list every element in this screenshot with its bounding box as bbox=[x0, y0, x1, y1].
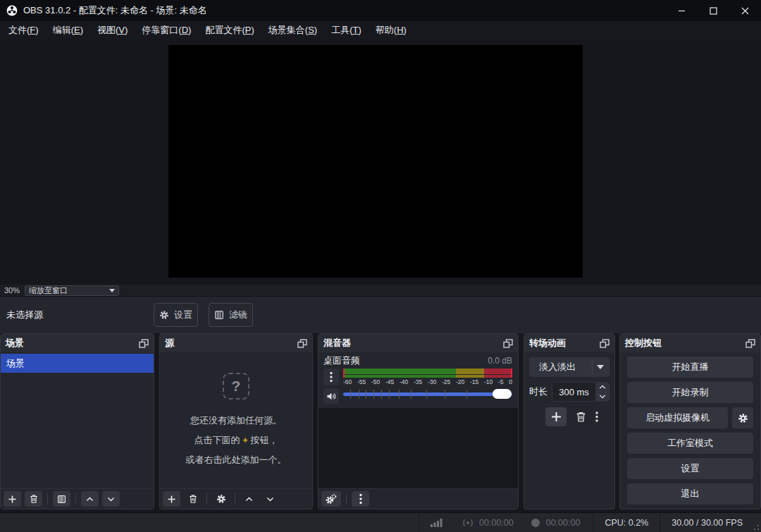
mixer-menu-button[interactable] bbox=[352, 491, 369, 507]
add-scene-button[interactable] bbox=[4, 491, 21, 507]
menu-tools[interactable]: 工具(T) bbox=[324, 21, 369, 39]
scenes-dock: 场景 场景 bbox=[0, 333, 154, 509]
mixer-channel-menu-button[interactable] bbox=[323, 369, 339, 385]
signal-bars-icon bbox=[431, 518, 443, 527]
menu-view[interactable]: 视图(V) bbox=[90, 21, 135, 39]
popout-dock-icon[interactable] bbox=[503, 339, 513, 348]
meter-peak-indicator bbox=[343, 369, 345, 378]
window-resize-grip[interactable] bbox=[750, 521, 759, 530]
scenes-toolbar bbox=[1, 488, 154, 509]
menu-file[interactable]: 文件(F) bbox=[1, 21, 46, 39]
virtual-camera-settings-button[interactable] bbox=[732, 407, 753, 428]
audio-mixer-dock: 混音器 桌面音频 0.0 dB bbox=[318, 333, 519, 509]
advanced-audio-properties-button[interactable] bbox=[321, 491, 341, 507]
volume-slider-track bbox=[343, 392, 512, 396]
empty-state-text: 您还没有添加任何源。 bbox=[190, 412, 282, 429]
volume-slider[interactable] bbox=[343, 388, 512, 400]
duration-value: 300 ms bbox=[552, 383, 595, 401]
move-scene-down-button[interactable] bbox=[102, 491, 120, 507]
meter-scale-labels: -60-55-50-45-40-35-30-25-20-15-10-50 bbox=[343, 378, 512, 385]
zoom-mode-select[interactable]: 缩放至窗口 bbox=[25, 285, 119, 296]
menu-docks[interactable]: 停靠窗口(D) bbox=[135, 21, 198, 39]
cpu-usage: CPU: 0.2% bbox=[605, 518, 648, 528]
minimize-button[interactable] bbox=[666, 0, 698, 21]
move-scene-up-button[interactable] bbox=[81, 491, 99, 507]
start-virtual-camera-button[interactable]: 启动虚拟摄像机 bbox=[627, 407, 728, 428]
sources-dock: 源 ? 您还没有添加任何源。 点击下面的 + 按钮， 或者右击此处添加一个。 bbox=[159, 333, 313, 509]
toolbar-separator bbox=[206, 493, 207, 505]
mute-toggle-speaker-icon[interactable] bbox=[323, 388, 339, 404]
studio-mode-button[interactable]: 工作室模式 bbox=[627, 433, 753, 454]
move-source-down-button[interactable] bbox=[261, 491, 279, 507]
source-properties-toolbar-button[interactable] bbox=[212, 491, 230, 507]
popout-dock-icon[interactable] bbox=[297, 339, 307, 348]
preview-zoom-bar: 30% 缩放至窗口 bbox=[0, 285, 761, 297]
transition-properties-menu-button[interactable] bbox=[595, 411, 598, 423]
duration-label: 时长 bbox=[529, 385, 552, 398]
menu-bar: 文件(F) 编辑(E) 视图(V) 停靠窗口(D) 配置文件(P) 场景集合(S… bbox=[0, 21, 761, 39]
popout-dock-icon[interactable] bbox=[745, 339, 755, 348]
empty-state-text: 或者右击此处添加一个。 bbox=[186, 452, 287, 469]
chevron-down-icon bbox=[109, 289, 115, 292]
toolbar-separator bbox=[75, 493, 76, 505]
remove-transition-button[interactable] bbox=[575, 411, 587, 423]
video-preview-canvas[interactable] bbox=[168, 45, 583, 278]
transition-select[interactable]: 淡入淡出 bbox=[529, 357, 610, 377]
scenes-title: 场景 bbox=[6, 337, 24, 349]
scene-transitions-dock: 转场动画 淡入淡出 时长 300 ms bbox=[524, 333, 615, 509]
menu-profile[interactable]: 配置文件(P) bbox=[198, 21, 261, 39]
volume-slider-handle[interactable] bbox=[493, 389, 512, 399]
transition-duration-spinner[interactable]: 300 ms bbox=[552, 382, 610, 402]
add-transition-button[interactable] bbox=[545, 407, 567, 426]
window-title: OBS 31.0.2 - 配置文件: 未命名 - 场景: 未命名 bbox=[23, 4, 207, 17]
network-status bbox=[431, 518, 443, 527]
sources-dock-header: 源 bbox=[160, 334, 312, 352]
spinner-down-button[interactable] bbox=[595, 392, 609, 401]
remove-scene-button[interactable] bbox=[25, 491, 42, 507]
scene-list-item-selected[interactable]: 场景 bbox=[1, 354, 154, 373]
transitions-title: 转场动画 bbox=[529, 337, 566, 349]
toolbar-separator bbox=[346, 493, 347, 505]
mixer-title: 混音器 bbox=[323, 337, 351, 349]
stream-time: 00:00:00 bbox=[479, 518, 514, 528]
filter-icon bbox=[214, 310, 224, 320]
maximize-button[interactable] bbox=[698, 0, 729, 21]
source-filters-button[interactable]: 滤镜 bbox=[209, 303, 253, 327]
audio-source-name: 桌面音频 bbox=[323, 354, 360, 367]
spinner-up-button[interactable] bbox=[595, 383, 609, 392]
remove-source-button[interactable] bbox=[184, 491, 202, 507]
add-source-button[interactable] bbox=[163, 491, 180, 507]
no-source-label: 未选择源 bbox=[6, 309, 43, 321]
meter-peak-indicator bbox=[511, 369, 512, 378]
start-streaming-button[interactable]: 开始直播 bbox=[627, 357, 753, 378]
mixer-body: 桌面音频 0.0 dB bbox=[318, 352, 518, 488]
popout-dock-icon[interactable] bbox=[139, 339, 149, 348]
popout-dock-icon[interactable] bbox=[600, 339, 610, 348]
toolbar-separator bbox=[47, 493, 48, 505]
broadcast-icon bbox=[462, 518, 474, 528]
source-context-bar: 未选择源 设置 滤镜 bbox=[0, 297, 761, 333]
volume-meter bbox=[343, 369, 512, 378]
obs-logo-icon bbox=[6, 5, 18, 16]
mixer-dock-header: 混音器 bbox=[318, 334, 518, 352]
start-recording-button[interactable]: 开始录制 bbox=[627, 382, 753, 403]
menu-scene-collection[interactable]: 场景集合(S) bbox=[261, 21, 324, 39]
settings-button[interactable]: 设置 bbox=[627, 458, 753, 479]
controls-dock: 控制按钮 开始直播 开始录制 启动虚拟摄像机 工作室模式 设置 退出 bbox=[619, 333, 761, 509]
menu-edit[interactable]: 编辑(E) bbox=[46, 21, 90, 39]
menu-help[interactable]: 帮助(H) bbox=[369, 21, 414, 39]
mixer-channel-desktop-audio: 桌面音频 0.0 dB bbox=[318, 352, 518, 408]
status-bar: 00:00:00 00:00:00 CPU: 0.2% 30.00 / 30.0… bbox=[0, 512, 761, 532]
move-source-up-button[interactable] bbox=[240, 491, 258, 507]
sources-empty-state[interactable]: ? 您还没有添加任何源。 点击下面的 + 按钮， 或者右击此处添加一个。 bbox=[160, 352, 312, 488]
record-time-group: 00:00:00 bbox=[531, 518, 581, 528]
source-properties-button[interactable]: 设置 bbox=[154, 303, 198, 327]
scene-filters-button[interactable] bbox=[53, 491, 70, 507]
zoom-percent: 30% bbox=[4, 286, 20, 295]
controls-title: 控制按钮 bbox=[625, 337, 662, 349]
close-button[interactable] bbox=[729, 0, 761, 21]
scenes-dock-header: 场景 bbox=[1, 334, 154, 352]
exit-button[interactable]: 退出 bbox=[627, 483, 753, 505]
mixer-toolbar bbox=[318, 488, 518, 509]
preview-area bbox=[0, 39, 761, 285]
